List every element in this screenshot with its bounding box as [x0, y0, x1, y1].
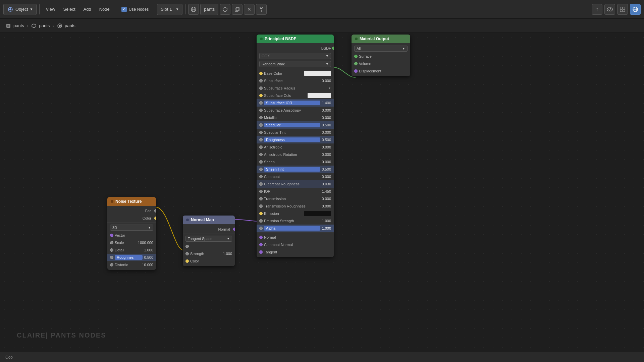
bsdf-output-socket[interactable] [332, 47, 334, 50]
noise-roughness-row: Roughnes 0.500 [107, 254, 156, 261]
noise-collapse-dot[interactable] [111, 200, 113, 203]
bsdf-subsurface-radius-socket[interactable] [259, 86, 263, 90]
mat-output-displacement-socket[interactable] [354, 69, 358, 73]
copy-icon-btn[interactable] [232, 4, 243, 15]
delete-icon-btn[interactable]: ✕ [244, 4, 255, 15]
noise-vector-row: Vector [107, 232, 156, 239]
bsdf-node-header: Principled BSDF [257, 35, 334, 43]
bsdf-subsurface-ior-val: 1.400 [322, 101, 331, 105]
bsdf-subsurface-colo-swatch[interactable] [308, 93, 331, 98]
bsdf-anisotropic-socket[interactable] [259, 145, 263, 149]
noise-vector-socket[interactable] [110, 234, 113, 237]
slot-dropdown[interactable]: Slot 1 ▼ [157, 4, 182, 15]
normal-space-dropdown[interactable]: Tangent Space ▼ [185, 236, 232, 242]
bsdf-metallic-row: Metallic 0.000 [257, 114, 334, 121]
globe-icon-btn[interactable] [188, 4, 199, 15]
noise-fac-socket[interactable] [154, 209, 156, 213]
bsdf-ior-socket[interactable] [259, 190, 263, 193]
noise-vector-label: Vector [115, 233, 153, 237]
noise-roughness-label: Roughnes [115, 255, 143, 260]
noise-distortion-socket[interactable] [110, 263, 113, 266]
use-nodes-toggle[interactable]: ✓ Use Nodes [119, 5, 151, 14]
normal-color-socket[interactable] [185, 259, 189, 263]
breadcrumb-item-2[interactable]: pants [31, 23, 50, 29]
breadcrumb-item-3[interactable]: pants [57, 23, 75, 29]
breadcrumb-icon-3 [57, 23, 63, 29]
mat-output-volume-socket[interactable] [354, 62, 358, 65]
pin-icon-btn[interactable] [256, 4, 267, 15]
object-mode-dropdown[interactable]: Object ▼ [3, 4, 37, 15]
normal-strength-label: Strength [190, 252, 221, 256]
bsdf-clearcoat-normal-socket[interactable] [259, 243, 263, 246]
bsdf-metallic-socket[interactable] [259, 116, 263, 119]
noise-texture-node[interactable]: Noise Texture Fac Color 3D ▼ [107, 197, 156, 270]
bsdf-normal-socket[interactable] [259, 236, 263, 239]
noise-detail-socket[interactable] [110, 248, 113, 252]
add-menu[interactable]: Add [80, 5, 95, 13]
bsdf-clearcoat-label: Clearcoat [264, 175, 320, 179]
bsdf-sheen-socket[interactable] [259, 160, 263, 164]
bsdf-anisotropic-val: 0.000 [322, 145, 331, 149]
breadcrumb-item-1[interactable]: pants [5, 23, 24, 29]
bsdf-subsurface-colo-socket[interactable] [259, 94, 263, 97]
normal-collapse-dot[interactable] [186, 219, 189, 221]
noise-scale-socket[interactable] [110, 241, 113, 244]
select-menu[interactable]: Select [60, 5, 78, 13]
noise-color-socket[interactable] [154, 217, 156, 220]
bsdf-subsurface-label: Subsurface [264, 79, 320, 83]
bsdf-subsurface-anisotropy-socket[interactable] [259, 109, 263, 112]
bsdf-clearcoat-roughness-socket[interactable] [259, 182, 263, 186]
normal-map-node[interactable]: Normal Map Normal Tangent Space ▼ [183, 216, 235, 266]
bsdf-emission-socket[interactable] [259, 212, 263, 215]
mat-output-collapse-dot[interactable] [355, 38, 358, 40]
breadcrumb-sep-2: › [52, 23, 54, 28]
bsdf-specular-tint-val: 0.000 [322, 130, 331, 134]
bsdf-transmission-label: Transmission [264, 197, 320, 201]
bsdf-base-color-socket[interactable] [259, 72, 263, 75]
bsdf-emission-strength-socket[interactable] [259, 219, 263, 223]
bsdf-subsurface-colo-row: Subsurface Colo [257, 92, 334, 99]
bsdf-roughness-label: Roughness [264, 137, 320, 142]
slot-label: Slot 1 [161, 7, 172, 12]
bsdf-specular-tint-socket[interactable] [259, 131, 263, 134]
bsdf-subsurface-socket[interactable] [259, 79, 263, 82]
bsdf-subsurface-ior-socket[interactable] [259, 101, 263, 105]
bsdf-tangent-socket[interactable] [259, 250, 263, 254]
noise-roughness-socket[interactable] [110, 256, 113, 259]
bsdf-base-color-swatch[interactable] [304, 71, 331, 76]
normal-uv-socket[interactable] [185, 245, 189, 248]
grid-icon-btn[interactable] [617, 4, 628, 15]
globe-right-icon-btn[interactable] [630, 4, 641, 15]
bsdf-transmission-socket[interactable] [259, 197, 263, 200]
bsdf-alpha-socket[interactable] [259, 227, 263, 230]
noise-dimensions-dropdown[interactable]: 3D ▼ [110, 225, 153, 231]
bsdf-roughness-socket[interactable] [259, 138, 263, 141]
normal-strength-socket[interactable] [185, 252, 189, 255]
bsdf-distribution-dropdown[interactable]: GGX ▼ [259, 53, 331, 59]
link-icon-btn[interactable] [604, 4, 615, 15]
bsdf-specular-tint-row: Specular Tint 0.000 [257, 129, 334, 136]
node-menu[interactable]: Node [96, 5, 113, 13]
node-canvas[interactable]: Principled BSDF BSDF GGX ▼ Random Walk ▼ [0, 33, 644, 352]
bsdf-specular-socket[interactable] [259, 123, 263, 127]
bsdf-emission-swatch[interactable] [304, 211, 331, 216]
bsdf-node[interactable]: Principled BSDF BSDF GGX ▼ Random Walk ▼ [257, 35, 334, 257]
shield-icon-btn[interactable] [220, 4, 230, 15]
normal-output-socket[interactable] [233, 228, 235, 231]
material-output-node[interactable]: Material Output All ▼ Surface Volume [352, 35, 410, 76]
bsdf-specular-tint-label: Specular Tint [264, 130, 320, 134]
bsdf-subsurface-method-dropdown[interactable]: Random Walk ▼ [259, 61, 331, 67]
bsdf-collapse-dot[interactable] [260, 38, 263, 40]
noise-color-row: Color [107, 215, 156, 222]
bsdf-title: Principled BSDF [265, 37, 296, 41]
material-name-field[interactable]: pants [200, 4, 218, 15]
normal-map-body: Normal Tangent Space ▼ Strength 1.000 [183, 224, 235, 266]
mat-output-target-dropdown[interactable]: All ▼ [354, 46, 408, 52]
bsdf-clearcoat-socket[interactable] [259, 175, 263, 178]
bsdf-anisotropic-rotation-socket[interactable] [259, 153, 263, 156]
up-arrow-icon-btn[interactable]: ↑ [592, 4, 602, 15]
bsdf-sheen-tint-socket[interactable] [259, 168, 263, 171]
bsdf-transmission-roughness-socket[interactable] [259, 204, 263, 208]
view-menu[interactable]: View [42, 5, 58, 13]
mat-output-surface-socket[interactable] [354, 55, 358, 58]
